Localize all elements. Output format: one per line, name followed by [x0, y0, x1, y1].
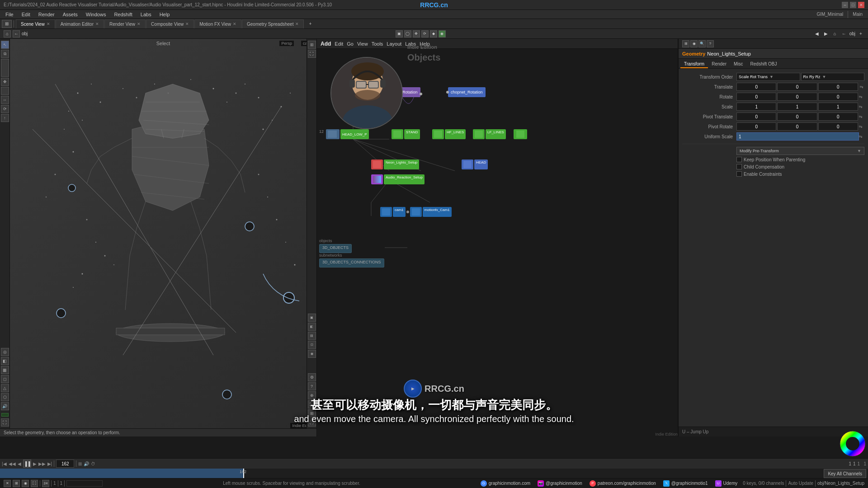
nav-left[interactable]: ◀ [813, 30, 821, 38]
tab-geo-close[interactable]: ✕ [295, 22, 299, 26]
nav-right[interactable]: ▶ [822, 30, 830, 38]
pivot-t-pin[interactable]: ⭾ [859, 113, 864, 121]
hf-lines-thumb[interactable] [432, 129, 444, 139]
maximize-button[interactable]: □ [850, 2, 856, 8]
tl-prev-key[interactable]: ◀◀ [9, 461, 16, 466]
tab-composite-view[interactable]: Composite View ✕ [146, 19, 194, 28]
viewport-icon-1[interactable]: ▣ [396, 30, 403, 38]
tool-8[interactable]: ↑ [1, 114, 9, 122]
menu-edit[interactable]: Edit [18, 11, 34, 18]
tl-next-key[interactable]: ▶▶ [38, 461, 46, 466]
tab-render-close[interactable]: ✕ [137, 22, 141, 26]
tool-14[interactable]: ⬡ [1, 393, 9, 401]
hf-lines-label[interactable]: HF_LINES [445, 129, 466, 139]
head-low-p-label-box[interactable]: HEAD_LOW_P [340, 129, 369, 139]
tool-10[interactable]: ◧ [1, 357, 9, 365]
cam1-thumb[interactable] [380, 207, 392, 217]
tab-redshift-obj[interactable]: Redshift OBJ [747, 61, 781, 68]
tool-15[interactable]: 🔊 [1, 402, 9, 410]
tool-2[interactable]: ⧉ [1, 50, 9, 58]
chopnet-node[interactable]: chopnet_Rotation [448, 87, 486, 97]
extra-node[interactable] [514, 129, 527, 139]
bottom-tool-1[interactable]: ✕ [4, 480, 11, 487]
nav-home[interactable]: ⌂ [831, 30, 839, 38]
keep-position-checkbox[interactable] [736, 157, 742, 162]
tab-transform[interactable]: Transform [680, 61, 708, 68]
vp-right-8[interactable]: ⚙ [308, 373, 316, 381]
scale-x[interactable]: 1 [736, 103, 776, 111]
tool-4[interactable]: ✥ [1, 78, 9, 86]
3d-connections-node[interactable]: 3D_OBJECTS_CONNECTIONS [319, 258, 384, 267]
props-icon-4[interactable]: ? [707, 40, 714, 47]
vp-right-2[interactable]: ⛶ [308, 50, 316, 58]
tab-geo-spreadsheet[interactable]: Geometry Spreadsheet ✕ [242, 19, 304, 28]
menu-windows[interactable]: Windows [82, 11, 110, 18]
tool-16[interactable]: ⛶ [1, 418, 9, 427]
neon-lights-label[interactable]: Neon_Lights_Setup [384, 160, 419, 169]
pivot-r-pin[interactable]: ⭾ [859, 122, 864, 131]
tl-play-button[interactable]: ▐▐ [23, 460, 31, 468]
stand-thumb[interactable] [392, 129, 403, 139]
head-thumb[interactable] [462, 160, 473, 169]
tab-comp-close[interactable]: ✕ [185, 22, 189, 26]
bottom-tool-3[interactable]: ◉ [22, 480, 29, 487]
transform-order-value[interactable]: Scale Rot Trans ▼ [736, 73, 800, 81]
tl-range-start[interactable]: |◀ [2, 461, 7, 466]
tab-render[interactable]: Render [708, 61, 730, 68]
child-compensation-checkbox[interactable] [736, 164, 742, 169]
motionfx-label[interactable]: motionfx_Cam1 [423, 207, 452, 217]
vp-right-10[interactable]: ⊕ [308, 391, 316, 399]
vp-right-11[interactable]: ⛶ [308, 400, 316, 408]
vp-right-4[interactable]: ◧ [308, 323, 316, 331]
tool-9[interactable]: ◎ [1, 348, 9, 356]
lf-lines-thumb[interactable] [473, 129, 485, 139]
nav-back[interactable]: ← [840, 30, 848, 38]
tl-frame-display[interactable]: 162 [56, 460, 74, 468]
grid-button[interactable]: ⊞ [2, 20, 12, 28]
tab-scene-view[interactable]: Scene View ✕ [16, 19, 55, 28]
lf-lines-label[interactable]: LF_LINES [486, 129, 506, 139]
scale-z[interactable]: 1 [818, 103, 858, 111]
stand-label-box[interactable]: STAND [404, 129, 420, 139]
rotate-y[interactable]: 0 [777, 93, 817, 101]
tab-render-view[interactable]: Render View ✕ [104, 19, 146, 28]
props-icon-3[interactable]: 🔍 [698, 40, 706, 47]
menu-file[interactable]: File [2, 11, 17, 18]
audio-reaction-label[interactable]: Audio_Reaction_Setup [384, 174, 425, 184]
tool-5[interactable] [1, 87, 9, 95]
head-low-p-thumb[interactable] [326, 129, 340, 139]
uniform-scale-value[interactable]: 1 [736, 132, 859, 141]
bottom-tool-2[interactable]: ⊞ [13, 480, 20, 487]
props-icon-1[interactable]: ⊞ [682, 40, 689, 47]
minimize-button[interactable]: – [842, 2, 848, 8]
vp-right-bottom-1[interactable]: ⊞ [308, 409, 316, 418]
viewport-icon-3[interactable]: ✥ [413, 30, 420, 38]
translate-pin[interactable]: ⭾ [859, 83, 864, 91]
neon-lights-thumb[interactable] [371, 160, 383, 169]
tl-next-frame[interactable]: ▶ [33, 461, 37, 466]
pivot-ry[interactable]: 0 [777, 122, 817, 131]
menu-render[interactable]: Render [35, 11, 58, 18]
back-button[interactable]: ← [13, 30, 20, 38]
tl-range-end[interactable]: ▶| [47, 461, 52, 466]
tool-13[interactable]: △ [1, 384, 9, 392]
tool-12[interactable]: ◻ [1, 375, 9, 383]
tool-7[interactable]: ⟳ [1, 105, 9, 113]
scale-pin[interactable]: ⭾ [859, 103, 864, 111]
bottom-fps-btn[interactable]: 24 [42, 480, 49, 487]
rotate-z[interactable]: 0 [818, 93, 858, 101]
pivot-rx[interactable]: 0 [736, 122, 776, 131]
tab-add[interactable]: + [304, 19, 316, 28]
vp-right-1[interactable]: ⊞ [308, 41, 316, 49]
motionfx-thumb[interactable] [410, 207, 422, 217]
viewport-icon-4[interactable]: ⟳ [421, 30, 429, 38]
rotate-pin[interactable]: ⭾ [859, 93, 864, 101]
rotate-order-value[interactable]: Rx Ry Rz ▼ [801, 73, 865, 81]
cam1-label[interactable]: cam1 [393, 207, 406, 217]
tl-realtime-btn[interactable]: ⏱ [91, 461, 95, 466]
key-all-channels-button[interactable]: Key All Channels [824, 469, 866, 478]
menu-assets[interactable]: Assets [59, 11, 81, 18]
tool-3[interactable] [1, 59, 9, 77]
bottom-tool-4[interactable]: ⛶ [31, 480, 38, 487]
home-button[interactable]: ⌂ [4, 30, 11, 38]
